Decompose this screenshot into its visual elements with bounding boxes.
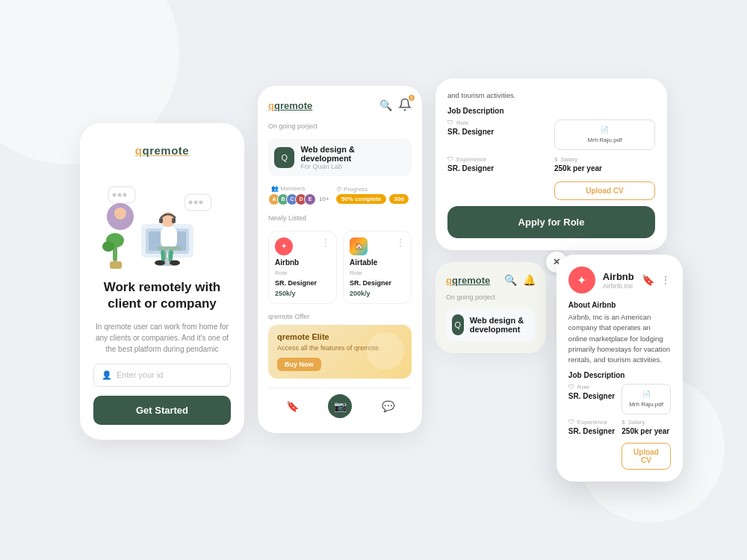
overlay-role-icon: 🛡 [568, 384, 574, 391]
svg-point-28 [170, 260, 180, 265]
svg-rect-4 [185, 194, 211, 211]
overlay-sal-val: 250k per year [622, 427, 670, 435]
overlay-exp-icon: 🛡 [568, 419, 574, 426]
overlay-role-item: 🛡 Role SR. Designer [568, 384, 617, 400]
experience-item: 🛡 Experience SR. Designer [447, 156, 548, 172]
project-subtitle: For Quari Lab [300, 163, 406, 170]
svg-rect-0 [108, 187, 135, 203]
project-icon: Q [274, 147, 294, 168]
overlay-desc-grid: 🛡 Role SR. Designer 📄 Mrh Raju.pdf 🛡 [568, 384, 671, 470]
get-started-button[interactable]: Get Started [93, 396, 231, 425]
progress-group: ⏱ Progress 50% complete 30d [336, 186, 409, 204]
members-group: 👥 Members A B C D E 10+ [271, 185, 329, 205]
pdf-icon: 📄 [601, 126, 609, 134]
bottom-project-info: Web design & development [470, 316, 530, 334]
exp-value: SR. Designer [447, 164, 548, 172]
nav-bookmark[interactable]: 🔖 [280, 394, 304, 418]
nav-chat[interactable]: 💬 [376, 394, 400, 418]
airtable-logo: 🏠 [350, 237, 368, 255]
user-id-input-field[interactable]: 👤 Enter your id [93, 364, 231, 387]
overlay-pdf-name: Mrh Raju.pdf [629, 401, 663, 408]
about-text-top: and tourism activities. [447, 90, 655, 101]
desc-grid: 🛡 Role SR. Designer 📄 Mrh Raju.pdf 🛡 Exp… [447, 119, 655, 200]
clock-icon: ⏱ [336, 186, 342, 193]
bottom-ongoing-label: On going porject [446, 293, 536, 301]
role-value: SR. Designer [350, 279, 405, 287]
overlay-about-text: Airbnb, Inc is an American company that … [568, 312, 671, 365]
bottom-project-icon: Q [452, 314, 464, 335]
about-title: About Airbnb [568, 301, 671, 309]
overlay-sal-item: $ Salary 250k per year [622, 419, 670, 435]
more-options-icon[interactable]: ⋮ [321, 237, 330, 248]
overlay-company-name: Airbnb [603, 271, 634, 282]
notification-icon[interactable]: 2 [398, 98, 412, 113]
bottom-middle-card: qqremote 🔍 🔔 On going porject Q Web desi… [436, 262, 546, 353]
salary-value: 200k/y [350, 290, 405, 297]
bottom-project-row[interactable]: Q Web design & development [446, 308, 536, 341]
offer-section-label: qremote Offer [268, 313, 412, 320]
progress-label: ⏱ Progress [336, 186, 409, 193]
avatar-group: A B C D E [271, 193, 316, 205]
hero-illustration [102, 166, 222, 270]
card-logo: qqremote [268, 100, 312, 111]
overlay-header: ✦ Airbnb Airbnb.Inc 🔖 ⋮ [568, 267, 671, 293]
job-card-header: 🏠 ⋮ [350, 237, 405, 255]
svg-point-27 [155, 260, 165, 265]
sal-label-row: $ Salary [554, 156, 655, 163]
right-panel: and tourism activities. Job Description … [436, 78, 667, 482]
progress-value: 50% complete [336, 194, 386, 204]
bottom-project-title: Web design & development [470, 316, 530, 334]
search-icon-bottom[interactable]: 🔍 [504, 274, 517, 286]
airbnb-logo: ✦ [275, 237, 293, 255]
bottom-nav: 🔖 📷 💬 [268, 388, 412, 421]
search-icon[interactable]: 🔍 [379, 99, 392, 111]
overlay-pdf-box: 📄 Mrh Raju.pdf [622, 384, 670, 414]
svg-point-9 [114, 208, 126, 220]
members-label: 👥 Members [271, 185, 329, 192]
project-row[interactable]: Q Web design & development For Quari Lab [268, 139, 412, 176]
avatar: E [304, 193, 316, 205]
svg-point-1 [113, 193, 117, 196]
svg-point-2 [118, 193, 122, 196]
salary-value: 250k/y [275, 290, 330, 297]
notification-icon-bottom[interactable]: 🔔 [523, 274, 536, 286]
exp-label-row: 🛡 Experience [447, 156, 548, 163]
people-icon: 👥 [271, 185, 279, 192]
buy-now-button[interactable]: Buy Now [277, 358, 321, 371]
svg-rect-21 [161, 227, 177, 248]
upload-cv-button-top[interactable]: Upload CV [554, 181, 655, 200]
hero-subtext: In qremote user can work from home for a… [93, 321, 231, 355]
svg-rect-29 [110, 261, 122, 269]
hero-headline: Work remotely with client or company [93, 279, 231, 312]
pdf-name: Mrh Raju.pdf [588, 137, 622, 143]
pdf-box: 📄 Mrh Raju.pdf [554, 119, 655, 150]
project-info: Web design & development For Quari Lab [300, 145, 406, 170]
salary-icon: $ [554, 156, 557, 163]
more-options-icon[interactable]: ⋮ [396, 237, 405, 248]
role-label-row: 🛡 Role [447, 119, 548, 126]
more-icon[interactable]: ⋮ [660, 274, 671, 286]
bottom-card-icon-group: 🔍 🔔 [504, 274, 536, 286]
apply-button[interactable]: Apply for Role [447, 206, 655, 238]
job-card-airbnb[interactable]: ✦ ⋮ Airbnb Role SR. Designer 250k/y [268, 231, 337, 304]
bottom-card-logo: qqremote [446, 275, 490, 286]
overlay-job-desc-label: Job Description [568, 371, 671, 379]
overlay-company-inc: Airbnb.Inc [603, 282, 634, 290]
role-label: Role [350, 270, 405, 276]
overlay-upload-button[interactable]: Upload CV [622, 443, 670, 470]
sal-value: 250k per year [554, 164, 655, 172]
job-card-airtable[interactable]: 🏠 ⋮ Airtable Role SR. Designer 200k/y [343, 231, 412, 304]
card-icon-group: 🔍 2 [379, 98, 412, 113]
company-name: Airbnb [275, 258, 330, 267]
bookmark-icon[interactable]: 🔖 [642, 274, 654, 286]
role-value: SR. Designer [447, 128, 548, 136]
svg-point-5 [189, 200, 193, 204]
nav-camera[interactable]: 📷 [328, 394, 352, 418]
svg-point-7 [199, 200, 203, 204]
ongoing-label: On going porject [268, 122, 412, 130]
phone-card: qqremote [80, 123, 244, 440]
overlay-exp-item: 🛡 Experience SR. Designer [568, 419, 617, 435]
svg-point-3 [123, 193, 127, 196]
overlay-airbnb-logo: ✦ [568, 267, 595, 293]
role-value: SR. Designer [275, 279, 330, 287]
